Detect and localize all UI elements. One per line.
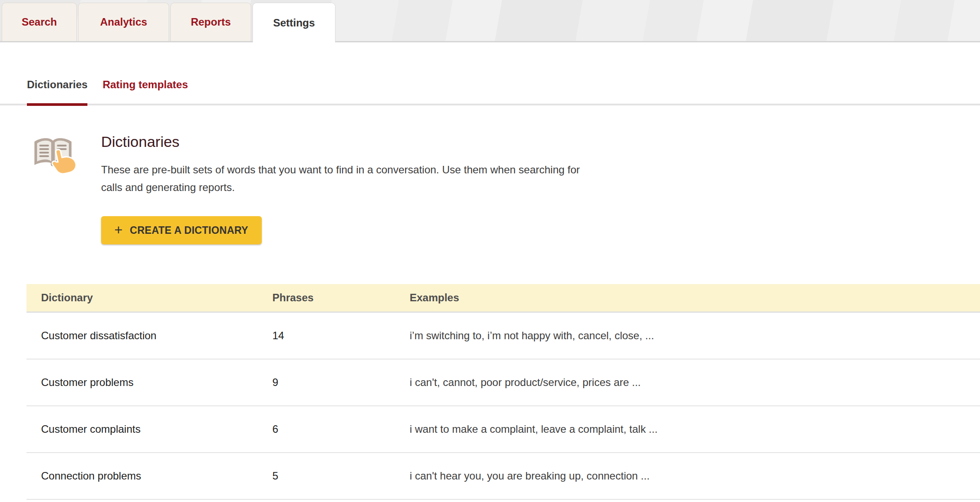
cell-phrase-count: 5	[272, 470, 410, 482]
open-book-pointing-hand-icon	[33, 133, 79, 244]
cell-examples: i can't hear you, you are breaking up, c…	[410, 470, 980, 482]
tab-settings[interactable]: Settings	[253, 3, 335, 42]
create-dictionary-label: CREATE A DICTIONARY	[130, 225, 249, 236]
cell-dictionary-name: Customer problems	[41, 376, 272, 389]
cell-phrase-count: 9	[272, 376, 410, 389]
cell-dictionary-name: Customer dissatisfaction	[41, 330, 272, 342]
cell-phrase-count: 6	[272, 423, 410, 435]
tab-analytics[interactable]: Analytics	[78, 3, 169, 41]
column-header-dictionary: Dictionary	[41, 292, 272, 304]
cell-dictionary-name: Connection problems	[41, 470, 272, 482]
cell-phrase-count: 14	[272, 330, 410, 342]
cell-examples: i’m switching to, i’m not happy with, ca…	[410, 330, 980, 342]
table-row[interactable]: Customer complaints 6 i want to make a c…	[26, 406, 980, 453]
table-body: Customer dissatisfaction 14 i’m switchin…	[0, 313, 980, 500]
main-tab-bar: Search Analytics Reports Settings	[0, 0, 980, 42]
tab-search[interactable]: Search	[2, 3, 77, 41]
table-header-row: Dictionary Phrases Examples	[26, 284, 980, 313]
cell-examples: i want to make a complaint, leave a comp…	[410, 423, 980, 435]
dictionaries-section: Dictionaries These are pre-built sets of…	[0, 105, 980, 244]
dictionaries-table: Dictionary Phrases Examples Customer dis…	[0, 284, 980, 500]
plus-icon: +	[114, 223, 123, 237]
tab-reports[interactable]: Reports	[170, 3, 251, 41]
cell-examples: i can't, cannot, poor product/service, p…	[410, 376, 980, 389]
app-window: Search Analytics Reports Settings Dictio…	[0, 0, 980, 500]
table-row[interactable]: Customer problems 9 i can't, cannot, poo…	[26, 360, 980, 406]
column-header-phrases: Phrases	[272, 292, 410, 304]
table-row[interactable]: Customer dissatisfaction 14 i’m switchin…	[26, 313, 980, 360]
settings-subtab-bar: Dictionaries Rating templates	[0, 42, 980, 105]
subtab-rating-templates[interactable]: Rating templates	[102, 79, 188, 105]
create-dictionary-button[interactable]: + CREATE A DICTIONARY	[101, 216, 262, 244]
table-row[interactable]: Connection problems 5 i can't hear you, …	[26, 453, 980, 500]
cell-dictionary-name: Customer complaints	[41, 423, 272, 435]
page-title: Dictionaries	[101, 133, 591, 150]
column-header-examples: Examples	[410, 292, 980, 304]
section-description: These are pre-built sets of words that y…	[101, 161, 591, 196]
subtab-dictionaries[interactable]: Dictionaries	[27, 79, 87, 105]
